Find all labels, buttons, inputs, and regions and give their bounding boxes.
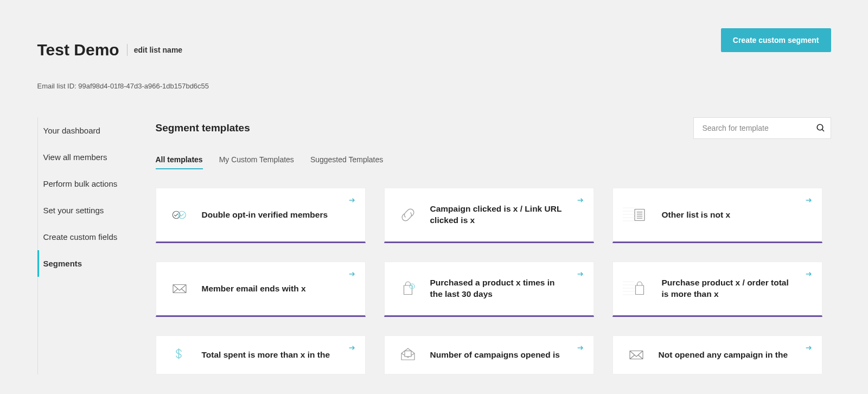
template-card-title: Purchased a product x times in the last … [430, 277, 563, 300]
template-card-other-list[interactable]: Other list is not x [612, 188, 822, 243]
tab-all-templates[interactable]: All templates [156, 155, 203, 169]
double-check-icon [167, 202, 192, 227]
sidebar: Your dashboard View all members Perform … [37, 117, 156, 374]
arrow-right-icon [805, 270, 813, 278]
template-card-title: Double opt-in verified members [202, 209, 328, 221]
template-card-title: Member email ends with x [202, 283, 306, 295]
ghost-list-icon [623, 207, 635, 223]
template-card-not-opened[interactable]: Not opened any campaign in the [612, 335, 822, 374]
arrow-right-icon [576, 196, 585, 205]
svg-rect-20 [405, 351, 411, 357]
tab-my-custom-templates[interactable]: My Custom Templates [219, 155, 294, 169]
tabs: All templates My Custom Templates Sugges… [156, 155, 831, 169]
template-card-member-email[interactable]: Member email ends with x [156, 262, 366, 317]
arrow-right-icon [576, 270, 585, 278]
sidebar-item-create-custom-fields[interactable]: Create custom fields [38, 224, 156, 250]
template-card-title: Number of campaigns opened is [430, 349, 560, 361]
arrow-right-icon [576, 344, 585, 352]
template-card-double-opt-in[interactable]: Double opt-in verified members [156, 188, 366, 243]
open-envelope-icon [395, 342, 420, 367]
sidebar-item-view-all-members[interactable]: View all members [38, 144, 156, 170]
svg-rect-7 [635, 209, 644, 221]
template-card-title: Not opened any campaign in the [659, 349, 788, 361]
link-icon [395, 202, 420, 227]
create-custom-segment-button[interactable]: Create custom segment [721, 28, 831, 52]
sidebar-item-your-dashboard[interactable]: Your dashboard [38, 117, 156, 144]
envelope-icon [624, 342, 649, 367]
arrow-right-icon [348, 270, 356, 278]
template-card-total-spent[interactable]: Total spent is more than x in the [156, 335, 366, 374]
page-title: Test Demo [37, 41, 119, 59]
section-title: Segment templates [156, 122, 250, 134]
template-card-campaigns-opened[interactable]: Number of campaigns opened is [384, 335, 594, 374]
tab-suggested-templates[interactable]: Suggested Templates [310, 155, 383, 169]
template-card-title: Purchase product x / order total is more… [662, 277, 792, 300]
email-list-id: Email list ID: 99af98d4-01f8-47d3-a966-1… [37, 82, 831, 90]
svg-line-1 [822, 129, 824, 131]
sidebar-item-perform-bulk-actions[interactable]: Perform bulk actions [38, 170, 156, 197]
edit-list-name-link[interactable]: edit list name [134, 46, 182, 54]
shopping-bag-clock-icon [395, 276, 420, 301]
arrow-right-icon [805, 196, 813, 205]
search-icon [816, 123, 826, 133]
arrow-right-icon [348, 196, 356, 205]
template-card-title: Other list is not x [662, 209, 731, 221]
svg-point-0 [817, 124, 823, 130]
search-input[interactable] [693, 117, 831, 139]
arrow-right-icon [348, 344, 356, 352]
envelope-icon [167, 276, 192, 301]
template-card-title: Total spent is more than x in the [202, 349, 330, 361]
ghost-list-icon [623, 281, 635, 296]
sidebar-item-segments[interactable]: Segments [37, 250, 156, 277]
sidebar-item-set-your-settings[interactable]: Set your settings [38, 197, 156, 224]
template-card-title: Campaign clicked is x / Link URL clicked… [430, 204, 563, 226]
template-card-purchase-total[interactable]: Purchase product x / order total is more… [612, 262, 822, 317]
arrow-right-icon [805, 344, 813, 352]
template-cards: Double opt-in verified members Campaign … [156, 188, 831, 374]
template-card-purchased-times[interactable]: Purchased a product x times in the last … [384, 262, 594, 317]
dollar-icon [167, 342, 192, 367]
template-card-campaign-clicked[interactable]: Campaign clicked is x / Link URL clicked… [384, 188, 594, 243]
title-divider [127, 44, 127, 56]
